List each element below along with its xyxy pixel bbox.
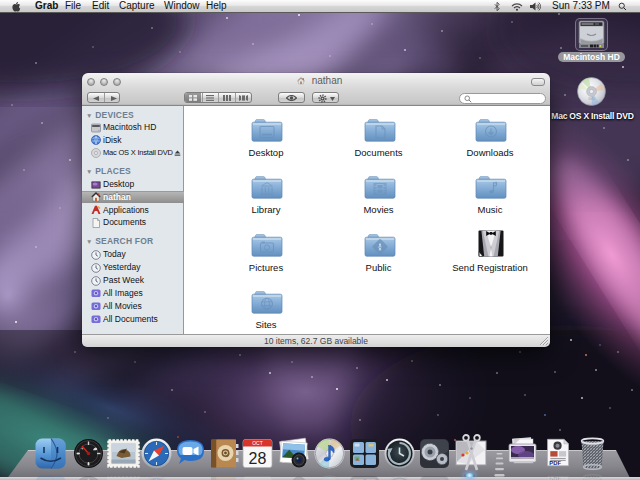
svg-text:DVD: DVD xyxy=(589,97,595,101)
